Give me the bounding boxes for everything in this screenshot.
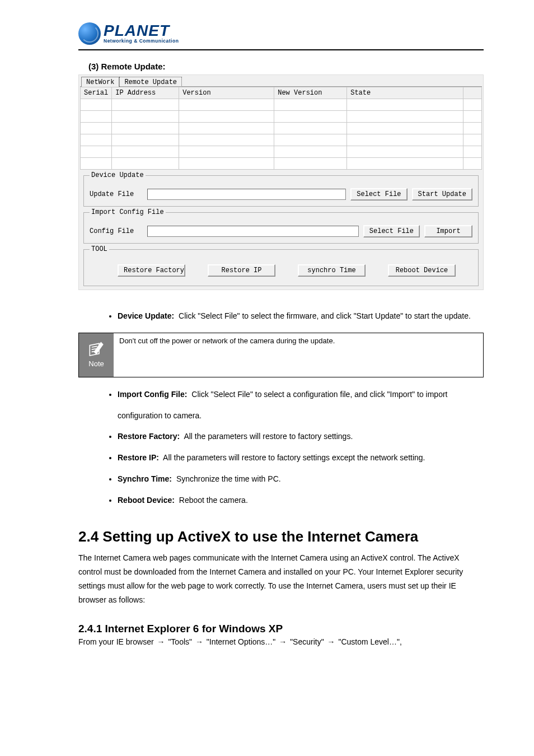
bullet-label: Import Config File: bbox=[118, 390, 187, 399]
import-button[interactable]: Import bbox=[424, 225, 472, 237]
input-update-file[interactable] bbox=[147, 189, 346, 200]
path-part: "Custom Level…", bbox=[338, 637, 401, 646]
path-part: From your IE browser bbox=[78, 637, 156, 646]
note-icon bbox=[87, 342, 106, 358]
table-row[interactable] bbox=[81, 99, 482, 111]
col-state: State bbox=[347, 87, 463, 99]
arrow-icon: → bbox=[195, 637, 203, 646]
ie6-path: From your IE browser → "Tools" → "Intern… bbox=[78, 637, 484, 646]
bullet-device-update: Device Update: Click "Select File" to se… bbox=[118, 306, 484, 327]
bullet-restore-factory: Restore Factory: All the parameters will… bbox=[118, 426, 484, 447]
logo-main-text: PLANET bbox=[104, 24, 179, 38]
bullet-synchro-time: Synchro Time: Synchronize the time with … bbox=[118, 469, 484, 490]
fieldset-import-config: Import Config File Config File Select Fi… bbox=[83, 212, 479, 244]
heading-2-4-1: 2.4.1 Internet Explorer 6 for Windows XP bbox=[78, 623, 484, 635]
bullet-label: Restore IP: bbox=[118, 453, 159, 462]
note-badge: Note bbox=[79, 333, 114, 377]
table-row[interactable] bbox=[81, 158, 482, 170]
bullet-restore-ip: Restore IP: All the parameters will rest… bbox=[118, 447, 484, 469]
input-config-file[interactable] bbox=[147, 226, 359, 237]
path-part: "Security" bbox=[290, 637, 326, 646]
note-body: Don't cut off the power or network of th… bbox=[114, 333, 483, 377]
arrow-icon: → bbox=[279, 637, 287, 646]
legend-device-update: Device Update bbox=[90, 171, 146, 179]
select-file-config-button[interactable]: Select File bbox=[363, 225, 420, 237]
bullet-label: Synchro Time: bbox=[118, 474, 172, 483]
col-ip: IP Address bbox=[112, 87, 179, 99]
table-row[interactable] bbox=[81, 146, 482, 158]
fieldset-device-update: Device Update Update File Select File St… bbox=[83, 175, 479, 207]
bullet-reboot: Reboot Device: Reboot the camera. bbox=[118, 490, 484, 511]
device-table: Serial IP Address Version New Version St… bbox=[80, 87, 482, 170]
col-serial: Serial bbox=[81, 87, 112, 99]
bullet-desc: All the parameters will restore to facto… bbox=[163, 453, 425, 462]
logo-globe-icon bbox=[78, 22, 101, 45]
label-config-file: Config File bbox=[90, 227, 143, 235]
path-part: "Tools" bbox=[168, 637, 194, 646]
tab-network[interactable]: NetWork bbox=[81, 77, 119, 87]
header-divider bbox=[78, 49, 484, 50]
bullet-label: Reboot Device: bbox=[118, 496, 175, 505]
col-scroll bbox=[463, 87, 482, 99]
bullet-label: Device Update: bbox=[118, 311, 174, 320]
reboot-device-button[interactable]: Reboot Device bbox=[388, 264, 456, 277]
label-update-file: Update File bbox=[90, 190, 143, 198]
table-header-row: Serial IP Address Version New Version St… bbox=[81, 87, 482, 99]
bullet-desc: All the parameters will restore to facto… bbox=[184, 432, 353, 441]
remote-update-panel: NetWork Remote Update Serial IP Address … bbox=[78, 74, 484, 290]
legend-tool: TOOL bbox=[90, 245, 109, 253]
bullet-import-config: Import Config File: Click "Select File" … bbox=[118, 384, 484, 427]
bullet-label: Restore Factory: bbox=[118, 432, 180, 441]
section24-desc: The Internet Camera web pages communicat… bbox=[78, 551, 484, 608]
note-box: Note Don't cut off the power or network … bbox=[78, 333, 484, 377]
bullet-desc: Click "Select File" to select the firmwa… bbox=[179, 311, 471, 320]
table-row[interactable] bbox=[81, 111, 482, 123]
arrow-icon: → bbox=[157, 637, 165, 646]
logo-sub-text: Networking & Communication bbox=[104, 38, 179, 44]
col-version: Version bbox=[179, 87, 274, 99]
heading-2-4: 2.4 Setting up ActiveX to use the Intern… bbox=[78, 528, 484, 545]
svg-line-0 bbox=[92, 347, 97, 348]
restore-factory-button[interactable]: Restore Factory bbox=[118, 264, 185, 277]
table-row[interactable] bbox=[81, 123, 482, 134]
synchro-time-button[interactable]: synchro Time bbox=[298, 264, 366, 277]
tab-remote-update[interactable]: Remote Update bbox=[119, 77, 182, 87]
logo: PLANET Networking & Communication bbox=[78, 22, 484, 45]
note-word: Note bbox=[88, 360, 104, 368]
description-list-2: Import Config File: Click "Select File" … bbox=[78, 384, 484, 511]
restore-ip-button[interactable]: Restore IP bbox=[208, 264, 275, 277]
select-file-update-button[interactable]: Select File bbox=[350, 188, 407, 200]
bullet-desc: Synchronize the time with PC. bbox=[176, 474, 281, 483]
description-list: Device Update: Click "Select File" to se… bbox=[78, 306, 484, 327]
section3-title: (3) Remote Update: bbox=[88, 62, 484, 71]
col-new-version: New Version bbox=[274, 87, 347, 99]
bullet-desc: Reboot the camera. bbox=[179, 496, 248, 505]
arrow-icon: → bbox=[327, 637, 335, 646]
path-part: "Internet Options…" bbox=[207, 637, 278, 646]
start-update-button[interactable]: Start Update bbox=[412, 188, 472, 200]
legend-import-config: Import Config File bbox=[90, 208, 166, 216]
table-row[interactable] bbox=[81, 134, 482, 146]
fieldset-tool: TOOL Restore Factory Restore IP synchro … bbox=[83, 249, 479, 286]
